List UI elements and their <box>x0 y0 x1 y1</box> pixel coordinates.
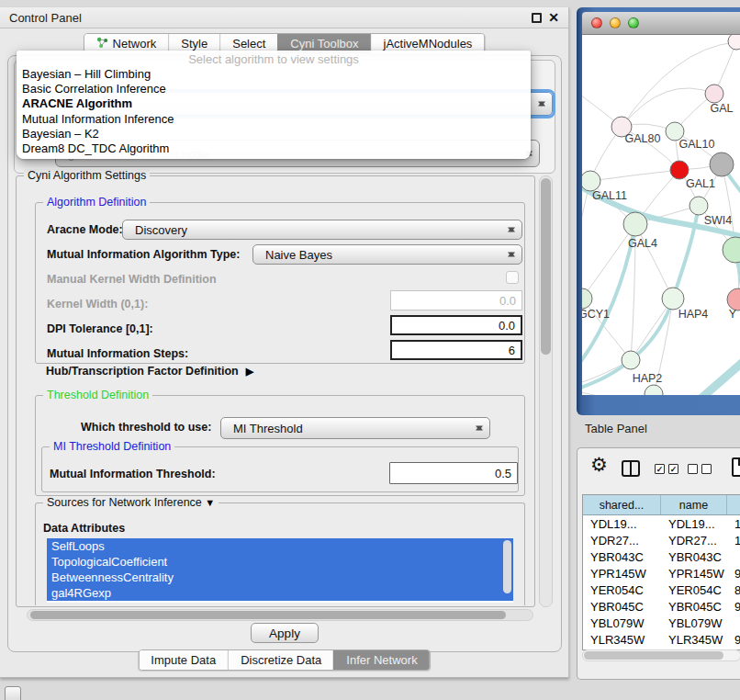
mi-threshold-label: Mutual Information Threshold: <box>50 468 216 480</box>
gear-icon[interactable]: ⚙ <box>590 454 608 476</box>
node-label: GAL11 <box>592 189 627 202</box>
algorithm-popup: Select algorithm to view settings Bayesi… <box>17 51 531 159</box>
network-node-gcy1[interactable] <box>582 288 592 309</box>
vertical-scrollbar-thumb[interactable] <box>541 178 551 355</box>
manual-kernel-label: Manual Kernel Width Definition <box>47 273 217 286</box>
tab-label: Style <box>181 37 207 51</box>
cyni-algorithm-settings-group: Cyni Algorithm Settings Algorithm Defini… <box>16 175 535 607</box>
table-row[interactable]: YDL19...YDL19...13 <box>583 515 740 532</box>
bottom-left-partial-icon[interactable] <box>5 686 21 700</box>
column-header-shared[interactable]: shared... <box>583 495 661 514</box>
which-threshold-combo[interactable]: MI Threshold <box>220 417 490 439</box>
table-row[interactable]: YPR145WYPR145W9. <box>583 565 740 581</box>
network-node[interactable] <box>645 385 663 395</box>
network-node-hap4[interactable] <box>662 288 684 310</box>
tab-infer-network[interactable]: Infer Network <box>333 650 429 670</box>
mi-type-combo[interactable]: Naive Bayes <box>252 244 522 265</box>
table-scrollbar-thumb[interactable] <box>584 651 723 660</box>
algorithm-item-mutual-information-inference[interactable]: Mutual Information Inference <box>17 112 531 127</box>
aracne-mode-combo[interactable]: Discovery <box>122 220 522 240</box>
attribute-item-betweennesscentrality[interactable]: BetweennessCentrality <box>47 570 513 585</box>
attribute-item-gal4rgexp[interactable]: gal4RGexp <box>47 585 513 601</box>
table-horizontal-scrollbar[interactable] <box>582 649 740 661</box>
attribute-item-topologicalcoefficient[interactable]: TopologicalCoefficient <box>47 554 513 570</box>
hide-unchecked-columns-icon[interactable] <box>688 464 712 474</box>
mi-steps-label: Mutual Information Steps: <box>47 347 188 360</box>
table-cell: YDL19... <box>661 515 727 532</box>
dpi-tolerance-input[interactable]: 0.0 <box>390 315 522 335</box>
node-label: GAL1 <box>686 177 715 190</box>
settings-horizontal-scrollbar[interactable] <box>27 609 533 621</box>
data-attributes-list[interactable]: SelfLoopsTopologicalCoefficientBetweenne… <box>47 538 513 603</box>
minimize-traffic-light-icon[interactable] <box>610 17 621 28</box>
close-icon[interactable]: ✕ <box>548 13 559 23</box>
tab-discretize-data[interactable]: Discretize Data <box>228 650 333 670</box>
unchecked-box-icon <box>701 464 712 474</box>
network-node-gal4[interactable] <box>623 212 647 236</box>
list-scrollbar-thumb[interactable] <box>503 540 511 593</box>
network-canvas[interactable]: GALGAL80GAL10GAL1GAL11SWI4GAL4GCY1HAP4YH… <box>582 35 740 395</box>
aracne-mode-label: Aracne Mode: <box>47 223 123 236</box>
attribute-item-selfloops[interactable]: SelfLoops <box>47 538 513 554</box>
table-row[interactable]: YBR045CYBR045C9. <box>583 598 740 615</box>
sources-title-row[interactable]: Sources for Network Inference ▼ <box>43 496 219 509</box>
node-label: GAL80 <box>625 132 661 145</box>
table-cell: YDR27... <box>583 532 661 548</box>
checked-box-icon: ✓ <box>668 464 678 474</box>
table-row[interactable]: YLR345WYLR345W9. <box>583 632 740 649</box>
network-node[interactable] <box>710 152 734 176</box>
settings-vertical-scrollbar[interactable] <box>539 175 553 607</box>
network-node-gal1[interactable] <box>670 161 689 179</box>
network-window-titlebar[interactable] <box>582 12 740 35</box>
algorithm-item-bayesian-k2[interactable]: Bayesian – K2 <box>17 127 531 141</box>
horizontal-scrollbar-thumb[interactable] <box>30 611 506 619</box>
column-header-a[interactable]: A <box>727 495 740 514</box>
control-panel-header: Control Panel ✕ <box>0 7 568 28</box>
mi-steps-input[interactable]: 6 <box>390 340 522 360</box>
algorithm-item-aracne-algorithm[interactable]: ARACNE Algorithm <box>17 96 531 111</box>
algorithm-item-dream8-dc-tdc-algorithm[interactable]: Dream8 DC_TDC Algorithm <box>17 141 531 156</box>
table-cell: YBR045C <box>661 598 727 615</box>
expanded-arrow-icon: ▼ <box>205 497 215 508</box>
table-row[interactable]: YBR043CYBR043C <box>583 548 740 565</box>
table-panel: ⚙ ✓ ✓ shared...nameA YDL19...YDL19...13Y… <box>577 447 740 680</box>
column-header-name[interactable]: name <box>661 495 727 514</box>
table-cell: 8. <box>727 581 740 598</box>
close-traffic-light-icon[interactable] <box>591 17 602 28</box>
network-view-window: GALGAL80GAL10GAL1GAL11SWI4GAL4GCY1HAP4YH… <box>577 7 740 415</box>
network-node-swi4[interactable] <box>690 197 708 215</box>
tab-impute-data[interactable]: Impute Data <box>139 650 228 670</box>
tab-label: Discretize Data <box>241 653 321 667</box>
manual-kernel-checkbox[interactable] <box>506 271 519 284</box>
columns-icon[interactable] <box>622 460 640 477</box>
node-table: shared...nameA YDL19...YDL19...13YDR27..… <box>582 494 740 650</box>
network-edge <box>590 170 679 181</box>
mi-threshold-input[interactable]: 0.5 <box>389 462 518 484</box>
network-node[interactable] <box>723 237 740 263</box>
apply-button[interactable]: Apply <box>251 623 319 643</box>
float-window-icon[interactable] <box>532 13 542 23</box>
table-row[interactable]: YER054CYER054C8. <box>583 581 740 598</box>
table-cell: YLR345W <box>661 632 727 649</box>
node-label: Y <box>729 308 737 321</box>
tab-label: Infer Network <box>346 653 417 667</box>
table-row[interactable]: YDR27...YDR27...12 <box>583 532 740 548</box>
show-checked-columns-icon[interactable]: ✓ ✓ <box>655 464 678 474</box>
unchecked-box-icon <box>688 464 698 474</box>
table-row[interactable]: YBL079WYBL079W <box>583 615 740 632</box>
table-cell: YER054C <box>661 581 727 598</box>
node-label: SWI4 <box>704 214 733 227</box>
hub-definition-toggle[interactable]: Hub/Transcription Factor Definition ▶ <box>46 365 253 378</box>
combo-spinner-icon <box>508 224 516 236</box>
data-attributes-label: Data Attributes <box>43 522 125 535</box>
kernel-width-input[interactable]: 0.0 <box>390 290 522 310</box>
network-node-gal[interactable] <box>705 85 723 103</box>
new-table-document-icon[interactable] <box>732 457 740 477</box>
network-node-hap2[interactable] <box>622 351 640 369</box>
zoom-traffic-light-icon[interactable] <box>628 17 639 28</box>
algorithm-item-basic-correlation-inference[interactable]: Basic Correlation Inference <box>17 82 531 96</box>
dpi-tolerance-label: DPI Tolerance [0,1]: <box>47 322 153 335</box>
network-node[interactable] <box>728 35 740 50</box>
algorithm-item-bayesian-hill-climbing[interactable]: Bayesian – Hill Climbing <box>17 67 531 82</box>
network-node-gal11[interactable] <box>582 171 600 191</box>
